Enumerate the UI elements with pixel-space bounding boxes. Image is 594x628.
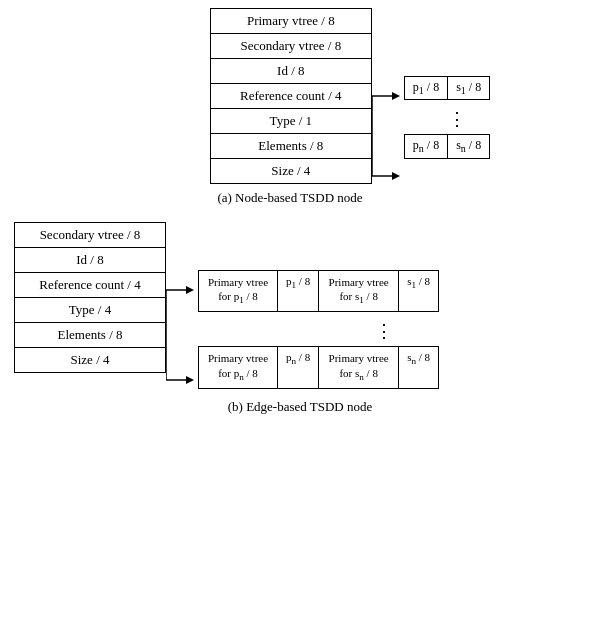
bottom-diagram: Secondary vtree / 8 Id / 8 Reference cou… [14,222,439,393]
top-pair-n: pn / 8 sn / 8 [404,134,490,158]
top-sn: sn / 8 [448,134,490,158]
bottom-p1: p1 / 8 [278,270,319,312]
top-p1: p1 / 8 [404,76,448,100]
bottom-s1: s1 / 8 [399,270,439,312]
top-node-box: Primary vtree / 8 Secondary vtree / 8 Id… [210,8,372,184]
svg-marker-1 [392,92,400,100]
bottom-cell-4: Elements / 8 [15,323,165,348]
bottom-cell-1: Id / 8 [15,248,165,273]
top-caption: (a) Node-based TSDD node [0,190,580,206]
bottom-cell-0: Secondary vtree / 8 [15,223,165,248]
top-cell-4: Type / 1 [211,109,371,134]
top-pair-1: p1 / 8 s1 / 8 [404,76,490,100]
top-cell-2: Id / 8 [211,59,371,84]
bottom-cell-2: Reference count / 4 [15,273,165,298]
bottom-pair-1: Primary vtreefor p1 / 8 p1 / 8 Primary v… [198,270,439,312]
bottom-dots: ⋮ [328,316,439,346]
bottom-stree-sn: Primary vtreefor sn / 8 [319,346,399,388]
bottom-stree-s1: Primary vtreefor s1 / 8 [319,270,399,312]
bottom-ptree-p1: Primary vtreefor p1 / 8 [198,270,278,312]
svg-marker-6 [186,286,194,294]
top-s1: s1 / 8 [448,76,490,100]
top-pn: pn / 8 [404,134,448,158]
top-diagram: Primary vtree / 8 Secondary vtree / 8 Id… [210,8,490,184]
top-cell-1: Secondary vtree / 8 [211,34,371,59]
top-cell-6: Size / 4 [211,159,371,183]
top-section: Primary vtree / 8 Secondary vtree / 8 Id… [0,0,580,206]
top-cell-3: Reference count / 4 [211,84,371,109]
bottom-pn: pn / 8 [278,346,319,388]
top-cell-0: Primary vtree / 8 [211,9,371,34]
top-arrow-svg [372,76,402,196]
bottom-ptree-pn: Primary vtreefor pn / 8 [198,346,278,388]
bottom-section: Secondary vtree / 8 Id / 8 Reference cou… [10,214,590,415]
svg-marker-9 [186,376,194,384]
top-dots: ⋮ [424,104,490,134]
svg-marker-4 [392,172,400,180]
bottom-arrow-svg [166,270,196,400]
top-cell-5: Elements / 8 [211,134,371,159]
bottom-sn: sn / 8 [399,346,439,388]
bottom-cell-5: Size / 4 [15,348,165,372]
bottom-pair-n: Primary vtreefor pn / 8 pn / 8 Primary v… [198,346,439,388]
bottom-caption: (b) Edge-based TSDD node [10,399,590,415]
bottom-cell-3: Type / 4 [15,298,165,323]
bottom-node-box: Secondary vtree / 8 Id / 8 Reference cou… [14,222,166,373]
